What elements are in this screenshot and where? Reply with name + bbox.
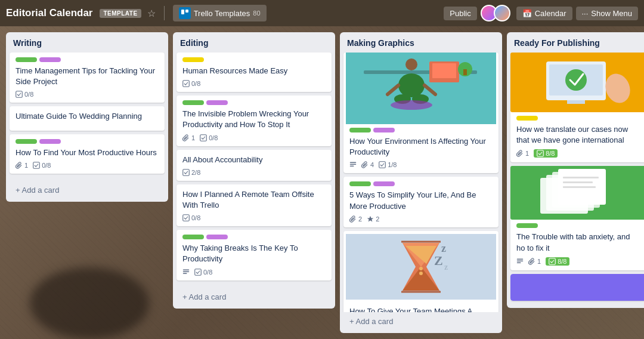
card-tab-anxiety[interactable]: The Trouble with tab anxiety, and ho to … [510, 166, 644, 270]
add-card-editing[interactable]: + Add a card [177, 289, 332, 305]
label-purple [39, 57, 61, 62]
svg-point-45 [565, 69, 587, 91]
checklist-icon [182, 214, 190, 221]
card-environment[interactable]: How Your Environment Is Affecting Your P… [343, 53, 499, 173]
list-editing: Editing Human Resources Made Easy 0/8 [173, 32, 335, 309]
star-icon[interactable]: ☆ [147, 8, 156, 19]
svg-point-18 [405, 58, 417, 70]
card-meta: 1 0/8 [16, 162, 159, 169]
checklist-icon [379, 161, 386, 168]
card-title: How we translate our cases now that we h… [516, 124, 640, 146]
card-title: Ultimate Guide To Wedding Planning [16, 111, 159, 122]
card-meta: 1 8/8 [516, 257, 640, 266]
description-meta [349, 161, 357, 168]
label-yellow [182, 57, 204, 62]
card-title: The Invisible Problem Wrecking Your Prod… [182, 109, 326, 130]
card-meta: 2/8 [182, 169, 326, 176]
card-meta: 4 1/8 [349, 161, 493, 168]
checklist-count: 0/8 [191, 214, 200, 221]
checklist-icon [16, 91, 23, 98]
list-ready-for-publishing-title: Ready For Publishing [507, 32, 644, 53]
lists-container: Writing Time Management Tips for Tacklin… [0, 26, 644, 339]
card-title: Why Taking Breaks Is The Key To Producti… [182, 243, 326, 264]
dots-icon: ··· [582, 9, 589, 18]
card-meta: 0/8 [182, 269, 326, 276]
attachment-count: 1 [24, 162, 28, 169]
avatar-group [481, 5, 510, 21]
board-title: Editorial Calendar [6, 7, 92, 19]
card-5-ways[interactable]: 5 Ways To Simplify Your Life, And Be Mor… [343, 177, 499, 227]
svg-rect-8 [183, 269, 190, 270]
svg-rect-57 [517, 260, 524, 261]
card-wedding-planning[interactable]: Ultimate Guide To Wedding Planning [10, 106, 165, 130]
add-card-writing[interactable]: + Add a card [10, 182, 165, 198]
card-labels [182, 235, 326, 239]
attachment-icon [349, 215, 357, 223]
svg-rect-2 [16, 91, 23, 98]
card-image-meditation [343, 53, 499, 124]
attachment-icon [182, 134, 190, 141]
checklist-meta: 0/8 [182, 214, 200, 221]
card-productive-hours[interactable]: How To Find Your Most Productive Hours 1… [10, 134, 165, 174]
card-labels [516, 116, 640, 121]
powerup-count: 2 [376, 215, 379, 223]
card-translate[interactable]: How we translate our cases now that we h… [510, 53, 644, 162]
card-title: All About Accountability [182, 155, 326, 165]
card-inner: The Trouble with tab anxiety, and ho to … [510, 223, 644, 265]
svg-rect-59 [549, 258, 556, 265]
card-invisible-problem[interactable]: The Invisible Problem Wrecking Your Prod… [177, 95, 332, 146]
label-green [16, 57, 37, 62]
card-accountability[interactable]: All About Accountability 2/8 [177, 150, 332, 181]
powerup-icon [367, 215, 374, 223]
svg-point-19 [398, 73, 425, 97]
checklist-count: 2/8 [191, 169, 200, 176]
add-card-making-graphics[interactable]: + Add a card [343, 313, 499, 329]
trello-templates-button[interactable]: Trello Templates 80 [173, 5, 267, 21]
svg-point-34 [419, 267, 423, 270]
card-inner: How To Give Your Team Meetings A [343, 306, 499, 312]
public-button[interactable]: Public [444, 7, 476, 20]
svg-rect-53 [563, 177, 599, 178]
checklist-count: 0/8 [42, 162, 51, 169]
card-breaks-key[interactable]: Why Taking Breaks Is The Key To Producti… [177, 230, 332, 280]
show-menu-button[interactable]: ··· Show Menu [576, 7, 639, 20]
card-inner: How Your Environment Is Affecting Your P… [343, 128, 499, 168]
trello-logo-icon [179, 7, 191, 19]
svg-rect-58 [517, 262, 521, 263]
list-editing-cards: Human Resources Made Easy 0/8 The Invisi… [173, 53, 335, 288]
label-purple [373, 181, 395, 186]
card-labels [16, 139, 159, 144]
checklist-icon [549, 258, 556, 265]
list-writing-cards: Time Management Tips for Tackling Your S… [6, 53, 168, 181]
card-hr-easy[interactable]: Human Resources Made Easy 0/8 [177, 53, 332, 92]
checklist-meta: 0/8 [200, 134, 218, 141]
card-purple-card[interactable] [510, 274, 644, 301]
attachment-meta: 1 [516, 150, 529, 157]
card-title: Human Resources Made Easy [182, 66, 326, 76]
card-time-management[interactable]: Time Management Tips for Tackling Your S… [10, 53, 165, 103]
card-meta: 1 8/8 [516, 149, 640, 158]
svg-rect-56 [517, 258, 524, 260]
card-team-meetings[interactable]: z Z z How To Give Your Team Meetings A [343, 231, 499, 312]
attachment-icon [361, 161, 369, 168]
svg-rect-47 [537, 150, 544, 157]
card-title: Time Management Tips for Tackling Your S… [16, 66, 159, 87]
public-label: Public [450, 9, 470, 18]
calendar-button[interactable]: 📅 Calendar [516, 7, 572, 20]
card-title: How To Find Your Most Productive Hours [16, 147, 159, 158]
label-green [516, 223, 538, 228]
svg-rect-11 [195, 269, 202, 275]
list-writing-title: Writing [6, 32, 168, 53]
card-remote-offsite[interactable]: How I Planned A Remote Team Offsite With… [177, 184, 332, 226]
checklist-meta: 0/8 [182, 80, 200, 87]
card-labels [16, 57, 159, 62]
checklist-complete-meta: 8/8 [546, 257, 569, 266]
power-up-meta: 2 [367, 215, 379, 223]
checklist-count: 0/8 [191, 80, 200, 87]
attachment-count: 1 [191, 134, 195, 141]
label-purple [206, 235, 228, 239]
list-ready-cards: How we translate our cases now that we h… [507, 53, 644, 308]
checklist-icon [194, 269, 202, 276]
svg-rect-44 [567, 100, 585, 104]
label-green [349, 128, 371, 132]
